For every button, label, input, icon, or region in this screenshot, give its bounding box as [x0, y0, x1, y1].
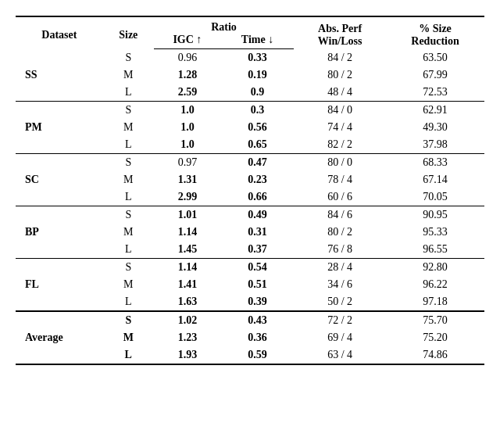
- cell-win-loss: 50 / 2: [294, 293, 386, 311]
- cell-time: 0.66: [221, 188, 294, 206]
- cell-time: 0.65: [221, 136, 294, 154]
- cell-time-avg: 0.59: [221, 346, 294, 364]
- cell-size-reduction-avg: 74.86: [386, 346, 484, 364]
- cell-dataset: PM: [16, 102, 103, 154]
- cell-igc: 1.45: [154, 241, 221, 259]
- cell-size: S: [103, 259, 154, 277]
- cell-size: M: [103, 66, 154, 84]
- cell-win-loss-avg: 63 / 4: [294, 346, 386, 364]
- cell-size-reduction: 62.91: [386, 102, 484, 120]
- cell-igc: 1.41: [154, 276, 221, 293]
- cell-igc: 0.97: [154, 154, 221, 172]
- cell-win-loss-avg: 69 / 4: [294, 329, 386, 346]
- cell-win-loss: 80 / 0: [294, 154, 386, 172]
- cell-win-loss: 48 / 4: [294, 84, 386, 102]
- cell-size-reduction-avg: 75.20: [386, 329, 484, 346]
- cell-size: L: [103, 136, 154, 154]
- table-row: SCS0.970.4780 / 068.33: [16, 154, 484, 172]
- cell-size: S: [103, 154, 154, 172]
- cell-igc: 1.0: [154, 102, 221, 120]
- cell-dataset-average: Average: [16, 311, 103, 364]
- cell-size-reduction: 70.05: [386, 188, 484, 206]
- header-row-1: Dataset Size Ratio Abs. PerfWin/Loss % S…: [16, 16, 484, 34]
- cell-size: M: [103, 276, 154, 293]
- col-header-igc: IGC ↑: [154, 34, 221, 49]
- cell-time: 0.31: [221, 224, 294, 241]
- cell-igc-avg: 1.93: [154, 346, 221, 364]
- cell-size-reduction: 72.53: [386, 84, 484, 102]
- cell-time: 0.49: [221, 206, 294, 224]
- cell-win-loss: 34 / 6: [294, 276, 386, 293]
- cell-size-reduction: 37.98: [386, 136, 484, 154]
- cell-size-avg: M: [103, 329, 154, 346]
- cell-win-loss: 60 / 6: [294, 188, 386, 206]
- cell-size: S: [103, 102, 154, 120]
- cell-win-loss: 84 / 0: [294, 102, 386, 120]
- cell-time: 0.33: [221, 49, 294, 67]
- cell-dataset: SS: [16, 49, 103, 102]
- table-row: SSS0.960.3384 / 263.50: [16, 49, 484, 67]
- cell-win-loss: 80 / 2: [294, 224, 386, 241]
- cell-size-reduction: 49.30: [386, 119, 484, 136]
- cell-time-avg: 0.36: [221, 329, 294, 346]
- cell-size-avg: L: [103, 346, 154, 364]
- cell-time-avg: 0.43: [221, 311, 294, 329]
- cell-dataset: FL: [16, 259, 103, 312]
- cell-size-reduction: 90.95: [386, 206, 484, 224]
- cell-igc: 1.28: [154, 66, 221, 84]
- cell-time: 0.39: [221, 293, 294, 311]
- cell-time: 0.54: [221, 259, 294, 277]
- cell-igc: 1.14: [154, 259, 221, 277]
- cell-size: M: [103, 224, 154, 241]
- cell-time: 0.23: [221, 171, 294, 188]
- cell-win-loss: 84 / 2: [294, 49, 386, 67]
- cell-time: 0.3: [221, 102, 294, 120]
- cell-size-reduction: 92.80: [386, 259, 484, 277]
- cell-igc: 2.59: [154, 84, 221, 102]
- col-header-dataset: Dataset: [16, 16, 103, 49]
- table-row: PMS1.00.384 / 062.91: [16, 102, 484, 120]
- cell-win-loss: 78 / 4: [294, 171, 386, 188]
- col-header-abs-perf: Abs. PerfWin/Loss: [294, 16, 386, 49]
- cell-igc: 1.63: [154, 293, 221, 311]
- cell-size-reduction: 96.22: [386, 276, 484, 293]
- cell-size-reduction: 67.14: [386, 171, 484, 188]
- cell-igc: 2.99: [154, 188, 221, 206]
- cell-size: L: [103, 293, 154, 311]
- cell-igc: 1.0: [154, 136, 221, 154]
- cell-size: S: [103, 49, 154, 67]
- cell-igc-avg: 1.23: [154, 329, 221, 346]
- cell-size: L: [103, 188, 154, 206]
- cell-time: 0.37: [221, 241, 294, 259]
- cell-win-loss: 82 / 2: [294, 136, 386, 154]
- cell-size-reduction: 97.18: [386, 293, 484, 311]
- cell-dataset: BP: [16, 206, 103, 259]
- cell-time: 0.19: [221, 66, 294, 84]
- cell-win-loss: 80 / 2: [294, 66, 386, 84]
- cell-win-loss: 84 / 6: [294, 206, 386, 224]
- cell-time: 0.51: [221, 276, 294, 293]
- cell-igc-avg: 1.02: [154, 311, 221, 329]
- cell-igc: 0.96: [154, 49, 221, 67]
- cell-size-reduction: 95.33: [386, 224, 484, 241]
- table-row: FLS1.140.5428 / 492.80: [16, 259, 484, 277]
- col-header-size-reduction: % SizeReduction: [386, 16, 484, 49]
- cell-size: S: [103, 206, 154, 224]
- cell-time: 0.47: [221, 154, 294, 172]
- cell-size-avg: S: [103, 311, 154, 329]
- cell-igc: 1.31: [154, 171, 221, 188]
- cell-size-reduction: 96.55: [386, 241, 484, 259]
- col-header-ratio: Ratio: [154, 16, 294, 34]
- cell-size: L: [103, 241, 154, 259]
- cell-igc: 1.14: [154, 224, 221, 241]
- cell-win-loss: 74 / 4: [294, 119, 386, 136]
- results-table: Dataset Size Ratio Abs. PerfWin/Loss % S…: [16, 16, 484, 365]
- cell-size: L: [103, 84, 154, 102]
- cell-igc: 1.01: [154, 206, 221, 224]
- col-header-size: Size: [103, 16, 154, 49]
- table-row: BPS1.010.4984 / 690.95: [16, 206, 484, 224]
- table-container: Dataset Size Ratio Abs. PerfWin/Loss % S…: [16, 16, 484, 365]
- table-row-average: AverageS1.020.4372 / 275.70: [16, 311, 484, 329]
- cell-size-reduction: 63.50: [386, 49, 484, 67]
- cell-size: M: [103, 171, 154, 188]
